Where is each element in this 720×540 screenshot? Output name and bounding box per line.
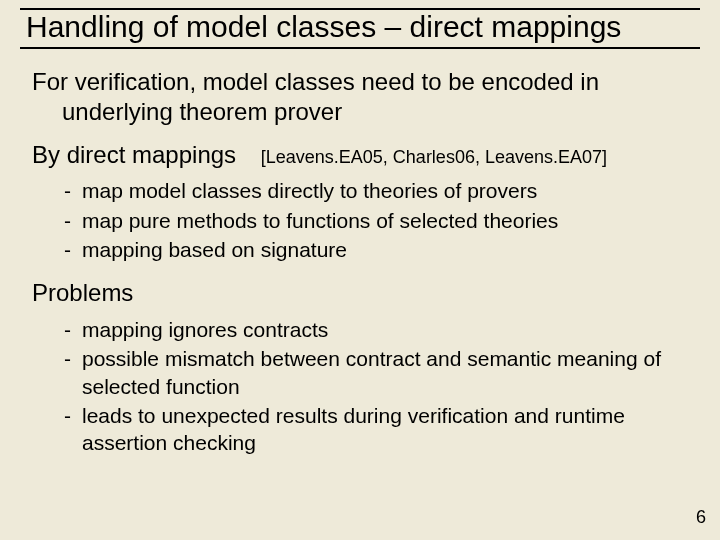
slide-title: Handling of model classes – direct mappi… xyxy=(20,10,700,45)
list-item: map pure methods to functions of selecte… xyxy=(64,207,692,234)
list-item: leads to unexpected results during verif… xyxy=(64,402,692,457)
list-item: mapping ignores contracts xyxy=(64,316,692,343)
section-heading-direct: By direct mappings [Leavens.EA05, Charle… xyxy=(28,141,692,170)
list-item: possible mismatch between contract and s… xyxy=(64,345,692,400)
list-item: mapping based on signature xyxy=(64,236,692,263)
section2-list: mapping ignores contracts possible misma… xyxy=(28,316,692,456)
intro-paragraph: For verification, model classes need to … xyxy=(28,67,692,127)
section1-heading-text: By direct mappings xyxy=(32,141,236,168)
title-bar: Handling of model classes – direct mappi… xyxy=(20,8,700,49)
page-number: 6 xyxy=(696,507,706,528)
slide: Handling of model classes – direct mappi… xyxy=(0,0,720,540)
section-heading-problems: Problems xyxy=(28,279,692,308)
intro-line-2: underlying theorem prover xyxy=(32,98,342,125)
section1-list: map model classes directly to theories o… xyxy=(28,177,692,263)
intro-line-1: For verification, model classes need to … xyxy=(32,68,599,95)
citation: [Leavens.EA05, Charles06, Leavens.EA07] xyxy=(261,147,607,167)
list-item: map model classes directly to theories o… xyxy=(64,177,692,204)
